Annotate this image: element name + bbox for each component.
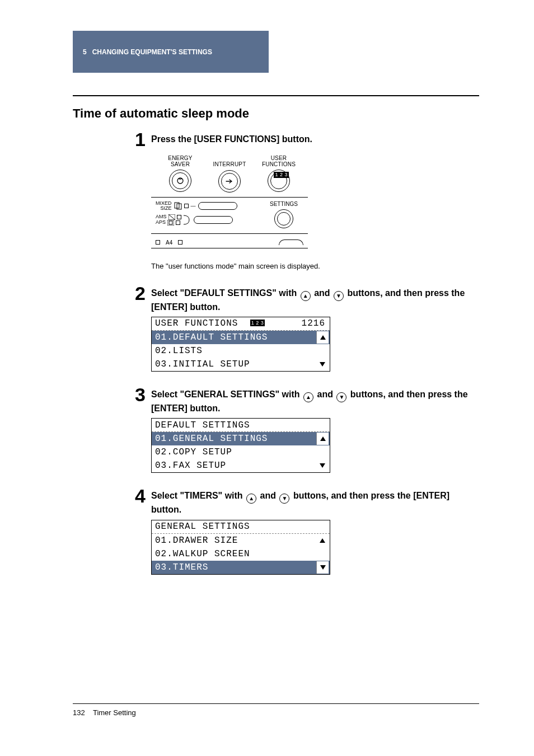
energy-saver-button[interactable] bbox=[169, 170, 191, 192]
chapter-num: 5 bbox=[83, 48, 87, 56]
menu-item[interactable]: 01.DRAWER SIZE bbox=[155, 536, 316, 546]
interrupt-button[interactable] bbox=[218, 170, 241, 192]
step-number-4: 4 bbox=[127, 486, 146, 505]
section-title: Time of automatic sleep mode bbox=[73, 106, 479, 121]
lcd2-title: USER FUNCTIONS bbox=[155, 318, 238, 328]
svg-marker-7 bbox=[320, 362, 325, 367]
rule-top bbox=[73, 95, 479, 96]
down-arrow-icon: ▼ bbox=[336, 392, 346, 402]
badge-123-icon: 1 2 3 bbox=[274, 172, 289, 178]
chapter-title: CHANGING EQUIPMENT'S SETTINGS bbox=[92, 48, 212, 56]
step-text-1: Press the [USER FUNCTIONS] button. bbox=[151, 130, 312, 145]
indicator-led bbox=[176, 220, 180, 225]
down-arrow-icon: ▼ bbox=[279, 494, 289, 504]
indicator-led bbox=[177, 215, 181, 219]
triangle-up-icon bbox=[319, 538, 326, 543]
svg-marker-8 bbox=[320, 436, 326, 441]
down-arrow-icon: ▼ bbox=[334, 291, 344, 301]
footer-label: Timer Setting bbox=[93, 708, 136, 717]
lcd2-clock: 1216 bbox=[302, 318, 329, 328]
triangle-down-icon bbox=[320, 565, 326, 570]
svg-rect-5 bbox=[169, 221, 172, 224]
indicator-led bbox=[178, 240, 182, 245]
triangle-down-icon bbox=[319, 361, 326, 367]
page-footer: 132 Timer Setting bbox=[73, 703, 479, 717]
chapter-header: 5 CHANGING EQUIPMENT'S SETTINGS bbox=[73, 31, 269, 73]
indicator-led bbox=[156, 240, 160, 245]
label-user-functions: USER FUNCTIONS bbox=[254, 156, 303, 167]
label-settings: SETTINGS bbox=[264, 201, 303, 207]
label-a4: A4 bbox=[166, 240, 172, 246]
triangle-up-icon bbox=[320, 436, 326, 442]
svg-marker-11 bbox=[320, 565, 326, 570]
mixed-size-icon bbox=[174, 202, 182, 210]
lcd-screen-step2: USER FUNCTIONS 1 2 3 1216 01.DEFAULT SET… bbox=[151, 317, 330, 372]
up-arrow-icon: ▲ bbox=[301, 291, 311, 301]
triangle-up-icon bbox=[320, 335, 326, 340]
menu-item[interactable]: 03.TIMERS bbox=[155, 562, 316, 572]
tray-icon bbox=[279, 240, 303, 245]
menu-item[interactable]: 03.FAX SETUP bbox=[155, 461, 316, 471]
lcd-screen-step4: GENERAL SETTINGS 01.DRAWER SIZE 02.WALKU… bbox=[151, 520, 330, 575]
step-text-3: Select "GENERAL SETTINGS" with ▲ and ▼ b… bbox=[151, 385, 479, 415]
up-arrow-icon: ▲ bbox=[246, 494, 256, 504]
step-number-2: 2 bbox=[127, 284, 146, 303]
pill-button[interactable] bbox=[198, 202, 237, 210]
label-interrupt: INTERRUPT bbox=[205, 162, 254, 168]
label-energy-saver: ENERGY SAVER bbox=[156, 156, 205, 167]
user-functions-button[interactable]: 1 2 3 bbox=[268, 170, 290, 192]
lcd3-title: DEFAULT SETTINGS bbox=[155, 420, 329, 430]
label-mixed-size: MIXED SIZE bbox=[156, 201, 172, 211]
svg-marker-6 bbox=[320, 335, 326, 340]
svg-marker-10 bbox=[320, 538, 325, 543]
settings-button[interactable] bbox=[274, 209, 293, 228]
menu-item[interactable]: 02.COPY SETUP bbox=[155, 447, 316, 457]
menu-item[interactable]: 02.WALKUP SCREEN bbox=[155, 549, 316, 559]
step-number-3: 3 bbox=[127, 385, 146, 404]
badge-123-icon: 1 2 3 bbox=[250, 320, 265, 326]
menu-item[interactable]: 01.DEFAULT SETTINGS bbox=[155, 332, 316, 342]
ams-icon bbox=[168, 214, 175, 220]
up-arrow-icon: ▲ bbox=[303, 392, 313, 402]
indicator-led bbox=[184, 204, 189, 208]
step-text-4: Select "TIMERS" with ▲ and ▼ buttons, an… bbox=[151, 486, 479, 516]
step-number-1: 1 bbox=[127, 130, 146, 149]
label-ams: AMS bbox=[156, 214, 167, 220]
power-icon bbox=[176, 176, 185, 185]
lcd-screen-step3: DEFAULT SETTINGS 01.GENERAL SETTINGS 02.… bbox=[151, 418, 330, 473]
menu-item[interactable]: 03.INITIAL SETUP bbox=[155, 359, 316, 369]
pill-button[interactable] bbox=[194, 216, 233, 224]
step-text-2: Select "DEFAULT SETTINGS" with ▲ and ▼ b… bbox=[151, 284, 479, 313]
triangle-down-icon bbox=[319, 463, 326, 468]
bracket-icon bbox=[184, 214, 191, 226]
lcd4-title: GENERAL SETTINGS bbox=[155, 522, 329, 532]
menu-item[interactable]: 01.GENERAL SETTINGS bbox=[155, 434, 316, 444]
page-number: 132 bbox=[73, 708, 85, 717]
svg-marker-9 bbox=[320, 463, 325, 468]
step1-caption: The "user functions mode" main screen is… bbox=[151, 262, 479, 270]
label-aps: APS bbox=[156, 220, 166, 226]
aps-icon bbox=[167, 220, 174, 226]
control-panel-figure: ENERGY SAVER INTERRUPT bbox=[151, 152, 479, 248]
menu-item[interactable]: 02.LISTS bbox=[155, 346, 316, 356]
interrupt-icon bbox=[225, 177, 234, 186]
